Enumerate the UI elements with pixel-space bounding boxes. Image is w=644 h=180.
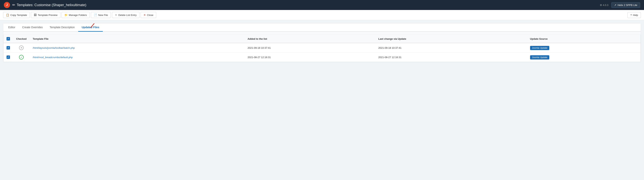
file-icon: 📄	[94, 13, 97, 16]
preview-icon: 🖼	[34, 13, 36, 16]
toolbar-right: ? Help	[628, 12, 641, 18]
close-icon: ✕	[144, 13, 146, 16]
tab-template-description[interactable]: Template Description	[46, 23, 78, 32]
row1-file-link[interactable]: /html/layouts/joomla/toolbar/batch.php	[33, 46, 75, 49]
manage-folders-button[interactable]: 📁 Manage Folders	[62, 12, 90, 18]
row1-checkbox-cell	[4, 43, 13, 53]
row1-source-cell: Joomla Update	[527, 43, 640, 53]
tab-bar: Editor Create Overrides Template Descrip…	[3, 23, 641, 32]
tab-create-overrides[interactable]: Create Overrides	[19, 23, 46, 32]
col-header-last-change: Last change via Update	[375, 35, 527, 43]
table-row: ✓ /html/mod_breadcrumbs/default.php 2021…	[4, 53, 640, 62]
copy-icon: 📋	[6, 13, 9, 16]
joomla-logo: J	[4, 2, 10, 8]
row2-checkbox-cell	[4, 53, 13, 62]
toolbar: 📋 Copy Template 🖼 Template Preview 📁 Man…	[0, 10, 644, 20]
main-content: Editor Create Overrides Template Descrip…	[0, 20, 644, 65]
version-label: ⚙ 4.0.3	[600, 4, 608, 6]
row2-checkbox[interactable]	[6, 55, 10, 59]
row2-checked-cell: ✓	[13, 53, 30, 62]
row1-joomla-update-badge: Joomla Update	[530, 46, 550, 50]
table-row: ✕ /html/layouts/joomla/toolbar/batch.php…	[4, 43, 640, 53]
col-header-checked: Checked	[13, 35, 30, 43]
row1-added-cell: 2021-09-18 10:37:41	[244, 43, 375, 53]
help-button[interactable]: ? Help	[628, 12, 641, 18]
tab-updated-files[interactable]: Updated Files	[78, 23, 103, 32]
close-button[interactable]: ✕ Close	[141, 12, 156, 18]
folder-icon: 📁	[64, 13, 68, 16]
help-icon: ?	[630, 14, 632, 16]
row2-source-cell: Joomla Update	[527, 53, 640, 62]
copy-template-button[interactable]: 📋 Copy Template	[3, 12, 30, 18]
tab-editor[interactable]: Editor	[5, 23, 19, 32]
col-header-update-source: Update Source	[527, 35, 640, 43]
row1-last-change-cell: 2021-09-18 10:37:41	[375, 43, 527, 53]
row2-last-change-cell: 2021-08-27 12:16:31	[375, 53, 527, 62]
template-preview-button[interactable]: 🖼 Template Preview	[31, 12, 60, 18]
helix-button[interactable]: ↗ Helix 2 SPPB Lite	[611, 2, 640, 8]
col-header-added-to-list: Added to the list	[244, 35, 375, 43]
files-table: Checked Template File Added to the list …	[4, 35, 640, 62]
row1-checkbox[interactable]	[6, 46, 10, 49]
row2-joomla-update-badge: Joomla Update	[530, 55, 550, 59]
delete-icon: ✕	[115, 13, 117, 16]
new-file-button[interactable]: 📄 New File	[91, 12, 111, 18]
header-right: ⚙ 4.0.3 ↗ Helix 2 SPPB Lite	[600, 2, 640, 8]
col-header-checkbox	[4, 35, 13, 43]
row2-file-link[interactable]: /html/mod_breadcrumbs/default.php	[33, 56, 72, 59]
pencil-icon: ✏	[12, 3, 15, 7]
row2-file-cell: /html/mod_breadcrumbs/default.php	[30, 53, 244, 62]
delete-list-entry-button[interactable]: ✕ Delete List Entry	[112, 12, 140, 18]
row1-checked-cell: ✕	[13, 43, 30, 53]
row2-added-cell: 2021-08-27 12:16:31	[244, 53, 375, 62]
select-all-checkbox[interactable]	[6, 37, 10, 40]
row1-status-x-icon: ✕	[19, 45, 24, 50]
table-container: Checked Template File Added to the list …	[3, 35, 641, 62]
header-left: J ✏ Templates: Customise (Shaper_helixul…	[4, 2, 86, 8]
row2-status-check-icon: ✓	[19, 55, 24, 59]
header: J ✏ Templates: Customise (Shaper_helixul…	[0, 0, 644, 10]
header-title: ✏ Templates: Customise (Shaper_helixulti…	[12, 3, 86, 7]
external-icon: ↗	[614, 4, 616, 6]
row1-file-cell: /html/layouts/joomla/toolbar/batch.php	[30, 43, 244, 53]
col-header-template-file: Template File	[30, 35, 244, 43]
